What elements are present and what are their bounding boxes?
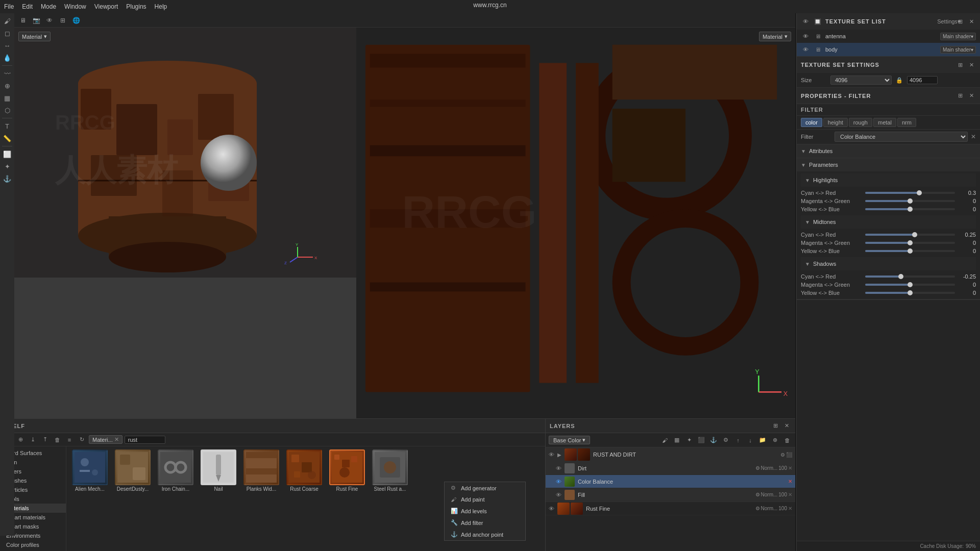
layer-color-balance-eye[interactable]: 👁 bbox=[556, 479, 561, 485]
tool-text[interactable]: T bbox=[2, 120, 13, 132]
shelf-export-icon[interactable]: ⤒ bbox=[40, 435, 50, 445]
menu-edit[interactable]: Edit bbox=[22, 3, 33, 10]
shelf-item-desert-dusty[interactable]: DesertDusty... bbox=[112, 449, 153, 492]
highlights-mag-green-track[interactable] bbox=[865, 200, 955, 202]
ctx-add-filter[interactable]: 🔧 Add filter bbox=[445, 517, 525, 529]
attributes-header[interactable]: ▼ Attributes bbox=[797, 144, 980, 158]
props-expand-icon[interactable]: ⊞ bbox=[955, 91, 965, 101]
layer-rust-fine-eye[interactable]: 👁 bbox=[549, 506, 554, 512]
viewport-3d[interactable]: X Y Z 人人素材 RRCG Material ▾ bbox=[14, 28, 356, 418]
layer-tool-add[interactable]: ⊕ bbox=[770, 435, 780, 445]
props-close-icon[interactable]: ✕ bbox=[967, 91, 976, 101]
ctx-add-generator[interactable]: ⚙ Add generator bbox=[445, 482, 525, 494]
layer-dirt-eye[interactable]: 👁 bbox=[556, 465, 561, 471]
layer-tool-delete[interactable]: 🗑 bbox=[782, 435, 792, 445]
tsl-view-icon[interactable]: 👁 bbox=[801, 17, 810, 26]
settings-size-select[interactable]: 4096 2048 1024 bbox=[830, 76, 892, 85]
layer-group-settings-icon[interactable]: ⚙ bbox=[780, 452, 785, 458]
ctx-add-anchor[interactable]: ⚓ Add anchor point bbox=[445, 529, 525, 540]
layers-close-icon[interactable]: ✕ bbox=[782, 421, 791, 431]
layer-group-eye[interactable]: 👁 bbox=[549, 452, 554, 458]
shelf-item-nail[interactable]: Nail bbox=[198, 449, 239, 492]
layer-fill-settings[interactable]: ⚙ bbox=[755, 492, 760, 497]
layer-group-header-rust-and-dirt[interactable]: 👁 ▶ RUST AND DIRT ⚙ ⬛ bbox=[546, 447, 795, 462]
filter-remove-icon[interactable]: ✕ bbox=[971, 133, 976, 140]
shadows-yellow-blue-track[interactable] bbox=[865, 292, 955, 294]
shelf-item-planks-wid[interactable]: Planks Wid... bbox=[241, 449, 282, 492]
tool-smudge[interactable]: 〰 bbox=[2, 68, 13, 79]
layer-color-balance-x[interactable]: ✕ bbox=[788, 479, 792, 484]
midtones-mag-green-track[interactable] bbox=[865, 242, 955, 244]
texture-antenna-shader[interactable]: Main shader▾ bbox=[940, 33, 976, 40]
tss-expand-icon[interactable]: ⊞ bbox=[955, 60, 965, 69]
midtones-header[interactable]: ▼ Midtones bbox=[801, 215, 976, 229]
midtones-cyan-red-track[interactable] bbox=[865, 234, 955, 236]
midtones-yellow-blue-track[interactable] bbox=[865, 250, 955, 252]
vp-icon-display[interactable]: 🖥 bbox=[17, 15, 29, 26]
shelf-material-tab[interactable]: Materi... ✕ bbox=[89, 435, 122, 444]
layer-group-mask-icon[interactable]: ⬛ bbox=[786, 452, 792, 458]
tool-anchor[interactable]: ⚓ bbox=[2, 173, 13, 184]
tool-polygon[interactable]: ⬡ bbox=[2, 105, 13, 116]
settings-lock-icon[interactable]: 🔒 bbox=[896, 77, 903, 84]
highlights-cyan-red-track[interactable] bbox=[865, 192, 955, 194]
vp-icon-split[interactable]: ⊞ bbox=[57, 15, 68, 26]
layer-rust-fine-x[interactable]: ✕ bbox=[788, 506, 792, 511]
shelf-cat-color-profiles[interactable]: Color profiles bbox=[0, 540, 66, 549]
highlights-yellow-blue-track[interactable] bbox=[865, 208, 955, 210]
layer-dirt-settings[interactable]: ⚙ bbox=[755, 465, 760, 471]
ctx-add-paint[interactable]: 🖌 Add paint bbox=[445, 494, 525, 505]
filter-tab-color[interactable]: color bbox=[801, 118, 822, 127]
layer-tool-up[interactable]: ↑ bbox=[733, 435, 743, 445]
tool-clone[interactable]: ⊕ bbox=[2, 80, 13, 91]
filter-tab-rough[interactable]: rough bbox=[849, 118, 872, 127]
filter-tab-metal[interactable]: metal bbox=[873, 118, 896, 127]
shelf-refresh-icon[interactable]: ↻ bbox=[77, 435, 87, 445]
texture-body-display-icon[interactable]: 🖥 bbox=[813, 45, 822, 54]
shelf-item-alien-mech[interactable]: Alien Mech... bbox=[69, 449, 110, 492]
tool-mask[interactable]: ⬜ bbox=[2, 148, 13, 160]
tool-transform[interactable]: ↔ bbox=[2, 40, 13, 51]
shadows-cyan-red-track[interactable] bbox=[865, 276, 955, 278]
vp-icon-environment[interactable]: 🌐 bbox=[70, 15, 82, 26]
layer-tool-fill[interactable]: ▦ bbox=[672, 435, 682, 445]
texture-body-vis-icon[interactable]: 👁 bbox=[801, 45, 810, 54]
parameters-header[interactable]: ▼ Parameters bbox=[797, 158, 980, 171]
menu-viewport[interactable]: Viewport bbox=[94, 3, 118, 10]
layer-dirt-x[interactable]: ✕ bbox=[788, 465, 792, 471]
layer-item-fill[interactable]: 👁 Fill ⚙ Norm... 100 ✕ bbox=[546, 488, 795, 502]
shadows-mag-green-track[interactable] bbox=[865, 284, 955, 286]
shelf-import-icon[interactable]: ⤓ bbox=[28, 435, 38, 445]
shelf-add-icon[interactable]: ⊕ bbox=[15, 435, 26, 445]
highlights-header[interactable]: ▼ Highlights bbox=[801, 173, 976, 187]
layer-tool-add-group[interactable]: 📁 bbox=[757, 435, 768, 445]
tsl-expand-icon[interactable]: ⊞ bbox=[955, 17, 965, 26]
menu-window[interactable]: Window bbox=[64, 3, 86, 10]
menu-mode[interactable]: Mode bbox=[41, 3, 56, 10]
filter-type-select[interactable]: Color Balance Levels Curves bbox=[835, 132, 968, 142]
shelf-item-rust-coarse[interactable]: Rust Coarse bbox=[284, 449, 325, 492]
shelf-search-input[interactable] bbox=[125, 436, 165, 444]
texture-antenna-vis-icon[interactable]: 👁 bbox=[801, 32, 810, 41]
right-vp-dropdown[interactable]: Material ▾ bbox=[759, 32, 791, 41]
tool-eraser[interactable]: ◻ bbox=[2, 28, 13, 39]
layer-fill-eye[interactable]: 👁 bbox=[556, 492, 561, 498]
filter-tab-height[interactable]: height bbox=[823, 118, 848, 127]
tss-close-icon[interactable]: ✕ bbox=[967, 60, 976, 69]
tool-particle[interactable]: ✦ bbox=[2, 161, 13, 172]
layer-tool-down[interactable]: ↓ bbox=[745, 435, 755, 445]
layer-tool-paint[interactable]: 🖌 bbox=[659, 435, 670, 445]
texture-item-antenna[interactable]: 👁 🖥 antenna Main shader▾ bbox=[797, 30, 980, 43]
layer-item-rust-fine[interactable]: 👁 Rust Fine ⚙ Norm... 100 ✕ bbox=[546, 502, 795, 515]
texture-body-shader[interactable]: Main shader▾ bbox=[940, 46, 976, 54]
shelf-tab-close[interactable]: ✕ bbox=[114, 436, 119, 443]
layer-tool-anchor[interactable]: ⚓ bbox=[708, 435, 719, 445]
layers-expand-icon[interactable]: ⊞ bbox=[771, 421, 780, 431]
menu-plugins[interactable]: Plugins bbox=[126, 3, 146, 10]
settings-size-input2[interactable] bbox=[907, 76, 938, 84]
menu-file[interactable]: File bbox=[4, 3, 14, 10]
menu-help[interactable]: Help bbox=[155, 3, 167, 10]
shelf-trash-icon[interactable]: 🗑 bbox=[52, 435, 62, 445]
vp-icon-camera[interactable]: 📷 bbox=[31, 15, 42, 26]
layer-item-color-balance[interactable]: 👁 Color Balance ✕ bbox=[546, 475, 795, 488]
